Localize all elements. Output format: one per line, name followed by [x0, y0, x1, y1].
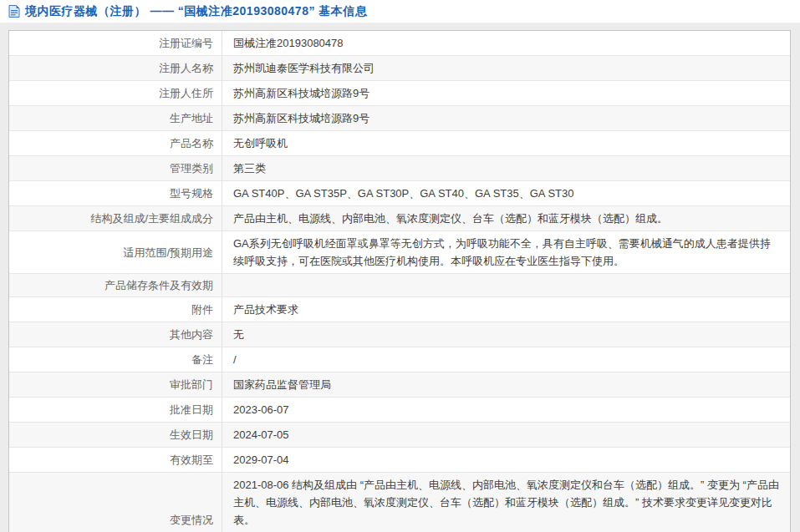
row-label: 附件 — [9, 297, 222, 322]
row-value: 国械注准20193080478 — [222, 31, 790, 55]
table-row: 型号规格 GA ST40P、GA ST35P、GA ST30P、GA ST40、… — [9, 181, 790, 206]
row-label-text: 结构及组成/主要组成成分 — [90, 210, 213, 227]
row-value: 2029-07-04 — [222, 448, 790, 472]
table-row: 注册人住所 苏州高新区科技城培源路9号 — [9, 81, 790, 106]
table-row: 变更情况 2021-08-06 结构及组成由 “产品由主机、电源线、内部电池、氧… — [9, 473, 790, 532]
row-value-text: 国械注准20193080478 — [233, 34, 344, 52]
row-label-text: 有效期至 — [170, 451, 213, 469]
table-row: 管理类别 第三类 — [9, 156, 790, 181]
page-title: 境内医疗器械（注册） —— “国械注准20193080478” 基本信息 — [25, 4, 367, 19]
row-label: 生产地址 — [9, 106, 222, 130]
table-row: 生产地址 苏州高新区科技城培源路9号 — [9, 106, 790, 131]
row-value — [222, 274, 790, 296]
row-value-text: 2029-07-04 — [233, 451, 289, 469]
row-value: 2023-06-07 — [222, 398, 790, 422]
table-row: 审批部门 国家药品监督管理局 — [9, 372, 790, 398]
row-value: 2021-08-06 结构及组成由 “产品由主机、电源线、内部电池、氧浓度测定仪… — [222, 473, 790, 532]
page-header: 境内医疗器械（注册） —— “国械注准20193080478” 基本信息 — [0, 0, 800, 23]
row-label-text: 管理类别 — [170, 160, 213, 177]
row-value: 产品技术要求 — [222, 297, 790, 322]
row-value-text: 2023-06-07 — [233, 401, 289, 418]
row-value-text: 产品技术要求 — [233, 301, 298, 318]
row-value-text: 苏州高新区科技城培源路9号 — [233, 109, 369, 127]
row-value: 苏州高新区科技城培源路9号 — [222, 106, 790, 130]
table-row: 有效期至 2029-07-04 — [9, 448, 790, 473]
row-value: 第三类 — [222, 156, 790, 180]
row-label-text: 附件 — [191, 301, 213, 318]
row-value: 无 — [222, 322, 790, 347]
row-value-text: GA ST40P、GA ST35P、GA ST30P、GA ST40、GA ST… — [233, 185, 574, 202]
row-value: GA系列无创呼吸机经面罩或鼻罩等无创方式，为呼吸功能不全，具有自主呼吸、需要机械… — [222, 231, 790, 273]
row-value-text: / — [233, 351, 237, 368]
row-label-text: 变更情况 — [170, 511, 213, 529]
row-value: 产品由主机、电源线、内部电池、氧浓度测定仪、台车（选配）和蓝牙模块（选配）组成。 — [222, 206, 790, 231]
table-row: 注册证编号 国械注准20193080478 — [9, 31, 790, 56]
row-value-text: 产品由主机、电源线、内部电池、氧浓度测定仪、台车（选配）和蓝牙模块（选配）组成。 — [233, 210, 668, 227]
row-label: 注册人住所 — [9, 81, 222, 105]
row-value-text: 2024-07-05 — [233, 426, 289, 443]
row-label-text: 注册人名称 — [159, 59, 213, 77]
row-label-text: 产品储存条件及有效期 — [104, 276, 213, 294]
row-value-text: 无 — [233, 326, 244, 343]
row-label-text: 其他内容 — [170, 326, 213, 343]
table-row: 其他内容 无 — [9, 322, 790, 347]
row-label: 批准日期 — [9, 398, 222, 422]
row-label-text: 批准日期 — [170, 401, 213, 418]
row-label: 变更情况 — [9, 473, 222, 532]
row-value: 苏州凯迪泰医学科技有限公司 — [222, 56, 790, 80]
row-value-text: GA系列无创呼吸机经面罩或鼻罩等无创方式，为呼吸功能不全，具有自主呼吸、需要机械… — [233, 235, 780, 270]
table-row: 备注 / — [9, 347, 790, 372]
row-value: / — [222, 347, 790, 372]
row-value-text: 苏州高新区科技城培源路9号 — [233, 84, 369, 102]
row-value: 2024-07-05 — [222, 423, 790, 447]
row-label-text: 审批部门 — [170, 376, 213, 393]
row-label: 产品名称 — [9, 131, 222, 155]
row-label: 产品储存条件及有效期 — [9, 274, 222, 296]
row-label-text: 生产地址 — [170, 109, 213, 127]
row-label: 注册证编号 — [9, 31, 222, 55]
row-value-text: 第三类 — [233, 160, 266, 177]
table-row: 结构及组成/主要组成成分 产品由主机、电源线、内部电池、氧浓度测定仪、台车（选配… — [9, 206, 790, 231]
row-label: 其他内容 — [9, 322, 222, 347]
row-label: 适用范围/预期用途 — [9, 231, 222, 273]
row-label-text: 生效日期 — [170, 426, 213, 443]
row-value-text: 2021-08-06 结构及组成由 “产品由主机、电源线、内部电池、氧浓度测定仪… — [233, 476, 780, 532]
row-label: 备注 — [9, 347, 222, 372]
row-label-text: 注册人住所 — [159, 84, 213, 102]
table-row: 产品储存条件及有效期 — [9, 274, 790, 297]
row-label: 结构及组成/主要组成成分 — [9, 206, 222, 231]
table-row: 生效日期 2024-07-05 — [9, 423, 790, 448]
row-value: GA ST40P、GA ST35P、GA ST30P、GA ST40、GA ST… — [222, 181, 790, 205]
row-label: 管理类别 — [9, 156, 222, 180]
row-label: 审批部门 — [9, 372, 222, 397]
table-row: 适用范围/预期用途 GA系列无创呼吸机经面罩或鼻罩等无创方式，为呼吸功能不全，具… — [9, 231, 790, 274]
document-icon — [8, 5, 20, 18]
info-table: 注册证编号 国械注准20193080478 注册人名称 苏州凯迪泰医学科技有限公… — [8, 30, 791, 532]
row-label-text: 注册证编号 — [159, 34, 213, 52]
row-label-text: 型号规格 — [170, 185, 213, 202]
row-value: 苏州高新区科技城培源路9号 — [222, 81, 790, 105]
row-label: 生效日期 — [9, 423, 222, 447]
row-value: 国家药品监督管理局 — [222, 372, 790, 397]
row-value-text: 无创呼吸机 — [233, 134, 288, 152]
table-row: 批准日期 2023-06-07 — [9, 398, 790, 423]
table-row: 注册人名称 苏州凯迪泰医学科技有限公司 — [9, 56, 790, 81]
row-label: 注册人名称 — [9, 56, 222, 80]
table-row: 产品名称 无创呼吸机 — [9, 131, 790, 156]
row-value-text: 国家药品监督管理局 — [233, 376, 331, 393]
row-label: 有效期至 — [9, 448, 222, 472]
table-row: 附件 产品技术要求 — [9, 297, 790, 322]
row-value: 无创呼吸机 — [222, 131, 790, 155]
row-label-text: 产品名称 — [170, 134, 213, 152]
row-label-text: 适用范围/预期用途 — [123, 244, 213, 261]
row-label: 型号规格 — [9, 181, 222, 205]
row-label-text: 备注 — [191, 351, 213, 368]
row-value-text: 苏州凯迪泰医学科技有限公司 — [233, 59, 375, 77]
